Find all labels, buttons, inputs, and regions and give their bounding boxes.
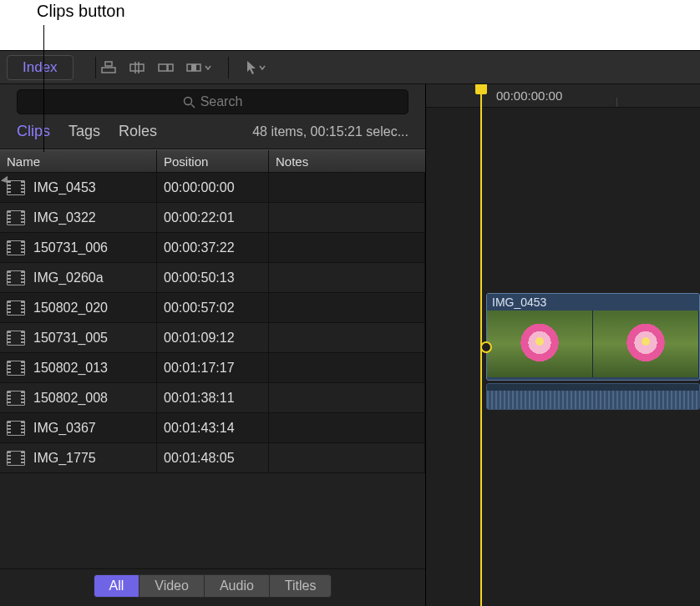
column-name[interactable]: Name <box>0 150 157 172</box>
toolbar-separator <box>228 57 229 78</box>
table-row[interactable]: IMG_0322 00:00:22:01 <box>0 203 425 233</box>
ruler-tick <box>616 98 617 107</box>
column-notes[interactable]: Notes <box>269 150 425 172</box>
toolbar-tools <box>101 57 266 78</box>
table-row[interactable]: 150731_006 00:00:37:22 <box>0 233 425 263</box>
timeline-clip-audio[interactable] <box>486 383 700 410</box>
clip-name: 150731_005 <box>33 331 108 346</box>
table-row[interactable]: 150802_013 00:01:17:17 <box>0 353 425 383</box>
overwrite-clip-icon[interactable] <box>186 61 211 74</box>
clip-position: 00:00:00:00 <box>164 180 235 195</box>
table-row[interactable]: 150802_008 00:01:38:11 <box>0 383 425 413</box>
clip-position: 00:00:37:22 <box>164 240 235 255</box>
clip-list: IMG_0453 00:00:00:00 IMG_0322 00:00:22:0… <box>0 173 425 568</box>
column-position[interactable]: Position <box>157 150 269 172</box>
clip-icon <box>7 451 25 466</box>
clip-icon <box>7 240 25 255</box>
filter-video-button[interactable]: Video <box>139 574 205 598</box>
table-row[interactable]: IMG_0367 00:01:43:14 <box>0 413 425 443</box>
playhead-handle-icon[interactable] <box>475 84 487 94</box>
callout-label: Clips button <box>37 2 125 21</box>
search-input[interactable]: Search <box>17 89 408 114</box>
clip-position: 00:01:38:11 <box>164 391 235 406</box>
clip-position: 00:01:09:12 <box>164 331 235 346</box>
timeline-clip-title: IMG_0453 <box>487 294 699 311</box>
clip-name: 150802_020 <box>33 300 108 316</box>
clip-name: 150802_008 <box>33 391 108 406</box>
table-row[interactable]: 150731_005 00:01:09:12 <box>0 323 425 353</box>
clip-thumbnails <box>487 311 699 377</box>
clip-thumbnail <box>593 311 699 377</box>
clip-position: 00:01:17:17 <box>164 361 235 376</box>
clip-icon <box>7 270 25 285</box>
timeline[interactable]: 00:00:00:00 IMG_0453 <box>426 84 700 606</box>
clip-name: IMG_0453 <box>33 180 96 195</box>
clip-icon <box>7 210 25 225</box>
tab-clips[interactable]: Clips <box>17 123 50 140</box>
app-window: Index <box>0 50 700 606</box>
filter-audio-button[interactable]: Audio <box>204 574 270 598</box>
svg-line-10 <box>191 104 195 108</box>
tab-tags[interactable]: Tags <box>68 123 100 140</box>
svg-rect-1 <box>105 62 112 66</box>
clip-edge-handle-icon[interactable] <box>480 341 492 353</box>
svg-rect-0 <box>102 68 115 73</box>
table-row[interactable]: IMG_1775 00:01:48:05 <box>0 443 425 473</box>
clip-position: 00:01:48:05 <box>164 451 235 466</box>
table-row[interactable]: IMG_0453 00:00:00:00 <box>0 173 425 203</box>
clip-icon <box>7 331 25 346</box>
clip-name: IMG_1775 <box>33 451 96 466</box>
svg-rect-8 <box>191 64 196 71</box>
clip-icon <box>7 391 25 406</box>
table-row[interactable]: IMG_0260a 00:00:50:13 <box>0 263 425 293</box>
filter-titles-button[interactable]: Titles <box>269 574 332 598</box>
tab-roles[interactable]: Roles <box>119 123 157 140</box>
svg-point-9 <box>184 97 191 104</box>
clip-name: IMG_0260a <box>33 270 104 285</box>
clip-name: 150731_006 <box>33 240 108 255</box>
columns-header: Name Position Notes <box>0 149 425 173</box>
audio-waveform <box>487 391 699 409</box>
clip-name: IMG_0367 <box>33 421 96 436</box>
timeline-ruler[interactable]: 00:00:00:00 <box>426 84 700 108</box>
clip-icon <box>7 300 25 316</box>
search-icon <box>183 96 195 109</box>
toolbar-separator <box>95 57 96 78</box>
svg-rect-2 <box>130 64 144 71</box>
index-status-text: 48 items, 00:15:21 selec... <box>252 124 408 139</box>
select-tool-icon[interactable] <box>246 60 266 75</box>
index-panel: Search Clips Tags Roles 48 items, 00:15:… <box>0 84 426 606</box>
clip-thumbnail <box>487 311 593 377</box>
callout-line <box>43 25 44 152</box>
search-placeholder: Search <box>200 94 243 109</box>
clip-name: IMG_0322 <box>33 210 96 225</box>
clip-icon <box>7 180 25 195</box>
connect-clip-icon[interactable] <box>101 61 118 74</box>
index-button[interactable]: Index <box>7 55 74 80</box>
clip-name: 150802_013 <box>33 361 108 376</box>
ruler-timecode: 00:00:00:00 <box>496 88 562 103</box>
clip-position: 00:01:43:14 <box>164 421 235 436</box>
clip-position: 00:00:22:01 <box>164 210 235 225</box>
clip-position: 00:00:57:02 <box>164 300 235 316</box>
clip-icon <box>7 361 25 376</box>
filter-bar: All Video Audio Titles <box>0 568 425 606</box>
toolbar: Index <box>0 51 700 84</box>
clip-track: IMG_0453 <box>486 293 700 410</box>
clip-position: 00:00:50:13 <box>164 270 235 285</box>
filter-all-button[interactable]: All <box>94 574 140 598</box>
insert-clip-icon[interactable] <box>129 61 146 74</box>
svg-rect-5 <box>159 64 167 71</box>
timeline-clip[interactable]: IMG_0453 <box>486 293 700 381</box>
table-row[interactable]: 150802_020 00:00:57:02 <box>0 293 425 323</box>
clip-icon <box>7 421 25 436</box>
append-clip-icon[interactable] <box>158 61 175 74</box>
svg-rect-6 <box>168 64 173 71</box>
